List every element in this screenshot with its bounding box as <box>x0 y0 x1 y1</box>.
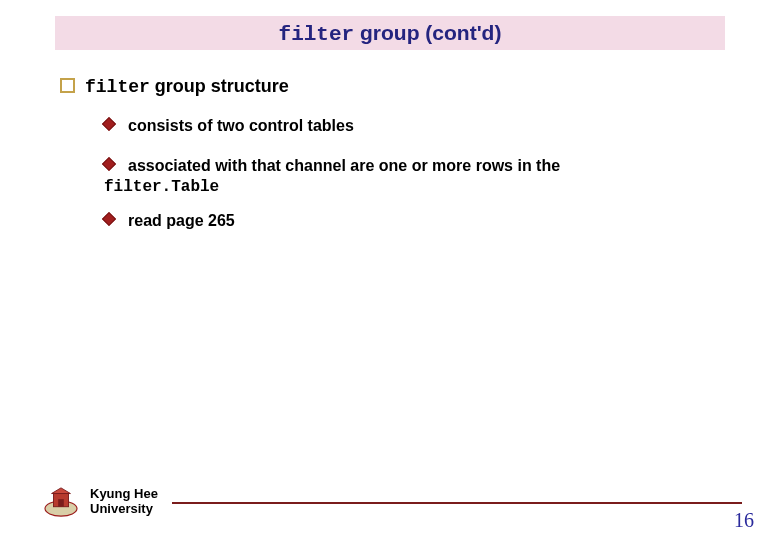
page-number: 16 <box>734 509 754 532</box>
slide-footer: Kyung Hee University <box>42 486 742 518</box>
slide-title: filter group (cont'd) <box>279 21 502 46</box>
section-heading-row: filter group structure <box>60 76 720 97</box>
footer-divider <box>172 502 742 504</box>
diamond-bullet-icon <box>102 117 116 131</box>
list-item-text: read page 265 <box>128 210 235 232</box>
university-logo-icon <box>42 486 80 518</box>
list-item: read page 265 <box>104 210 720 232</box>
slide: filter group (cont'd) filter group struc… <box>0 0 780 540</box>
slide-body: filter group structure consists of two c… <box>60 76 720 240</box>
svg-rect-2 <box>58 499 64 507</box>
list-item: consists of two control tables <box>104 115 720 137</box>
diamond-bullet-icon <box>102 157 116 171</box>
list-item-text: consists of two control tables <box>128 115 354 137</box>
list-item-text: associated with that channel are one or … <box>128 155 560 177</box>
square-bullet-icon <box>60 78 75 93</box>
bullet-list: consists of two control tables associate… <box>60 115 720 232</box>
university-line1: Kyung Hee <box>90 486 158 501</box>
title-rest: group (cont'd) <box>354 21 501 44</box>
section-heading-code: filter <box>85 77 150 97</box>
title-code: filter <box>279 23 355 46</box>
section-heading: filter group structure <box>85 76 289 97</box>
university-line2: University <box>90 501 153 516</box>
section-heading-rest: group structure <box>150 76 289 96</box>
university-name: Kyung Hee University <box>90 487 158 517</box>
diamond-bullet-icon <box>102 212 116 226</box>
title-bar: filter group (cont'd) <box>55 16 725 50</box>
list-item-subcode: filter.Table <box>104 178 720 196</box>
list-item: associated with that channel are one or … <box>104 155 720 177</box>
